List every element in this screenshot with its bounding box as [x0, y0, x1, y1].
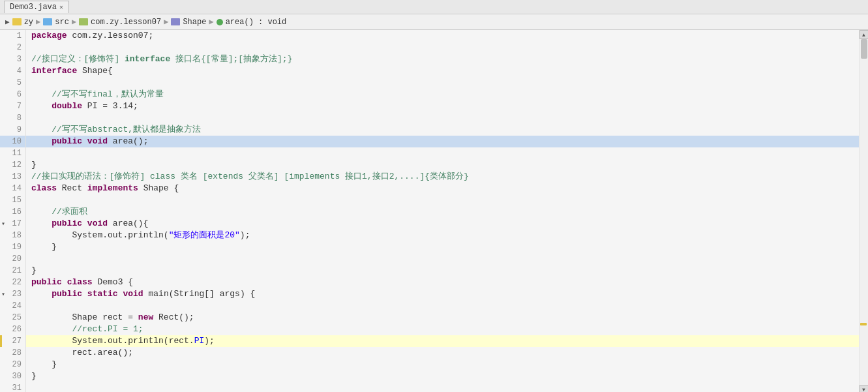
- code-line-4: interface Shape{: [26, 65, 859, 77]
- code-line-15: [26, 194, 859, 206]
- ide-window: Demo3.java ✕ ▶ zy ▶ src ▶ com.zy.lesson0…: [0, 0, 868, 392]
- code-line-6: //写不写final，默认为常量: [26, 89, 859, 100]
- gutter-11: 11: [0, 147, 25, 159]
- gutter-20: 20: [0, 253, 25, 265]
- gutter-7: 7: [0, 100, 25, 112]
- gutter-2: 2: [0, 42, 25, 53]
- tab-close-button[interactable]: ✕: [59, 3, 63, 11]
- code-line-20: [26, 253, 859, 265]
- vertical-scrollbar[interactable]: ▲ ▼: [859, 30, 868, 392]
- code-line-18: System.out.println("矩形的面积是20");: [26, 230, 859, 241]
- title-bar: Demo3.java ✕: [0, 0, 868, 14]
- gutter-31: 31: [0, 382, 25, 392]
- code-line-13: //接口实现的语法：[修饰符] class 类名 [extends 父类名] […: [26, 171, 859, 183]
- breadcrumb-shape[interactable]: Shape: [183, 18, 206, 27]
- code-line-21: }: [26, 265, 859, 277]
- breadcrumb-method[interactable]: area() : void: [226, 18, 287, 27]
- code-line-5: [26, 77, 859, 89]
- sep1: ▶: [36, 17, 40, 27]
- warning-marker: [860, 323, 867, 325]
- gutter-30: 30: [0, 370, 25, 382]
- code-line-19: }: [26, 241, 859, 253]
- gutter-23[interactable]: 23: [0, 288, 25, 300]
- scroll-thumb-vertical[interactable]: [861, 39, 867, 59]
- code-editor[interactable]: package com.zy.lesson07; //接口定义：[修饰符] in…: [26, 30, 859, 392]
- code-line-31: [26, 382, 859, 392]
- gutter-5: 5: [0, 77, 25, 89]
- sep2: ▶: [72, 17, 76, 27]
- code-line-27: System.out.println(rect.PI);: [26, 335, 859, 347]
- code-line-1: package com.zy.lesson07;: [26, 30, 859, 42]
- gutter-15: 15: [0, 194, 25, 206]
- gutter-16: 16: [0, 206, 25, 218]
- code-line-12: }: [26, 159, 859, 171]
- code-line-7: double PI = 3.14;: [26, 100, 859, 112]
- code-line-17: public void area(){: [26, 218, 859, 230]
- gutter-6: 6: [0, 89, 25, 100]
- gutter-22: 22: [0, 277, 25, 288]
- gutter-3: 3: [0, 53, 25, 65]
- code-line-14: class Rect implements Shape {: [26, 183, 859, 194]
- class-icon: [171, 18, 180, 25]
- gutter-17[interactable]: 17: [0, 218, 25, 230]
- scroll-up-button[interactable]: ▲: [860, 30, 869, 39]
- gutter-21: 21: [0, 265, 25, 277]
- gutter-19: 19: [0, 241, 25, 253]
- src-icon: [43, 18, 52, 25]
- gutter-18: 18: [0, 230, 25, 241]
- gutter-29: 29: [0, 359, 25, 370]
- tab-label: Demo3.java: [10, 3, 57, 12]
- gutter-24: 24: [0, 300, 25, 312]
- gutter-9: 9: [0, 124, 25, 136]
- gutter-10: 10: [0, 136, 25, 147]
- code-line-23: public static void main(String[] args) {: [26, 288, 859, 300]
- editor-body: 1 2 3 4 5 6 7 8 9 10 11 12 13 14 15 16 1…: [0, 30, 868, 392]
- package-icon: [79, 18, 88, 25]
- gutter-28: 28: [0, 347, 25, 359]
- scroll-down-button[interactable]: ▼: [860, 385, 869, 392]
- sep3: ▶: [164, 17, 168, 27]
- breadcrumb-package[interactable]: com.zy.lesson07: [91, 18, 161, 27]
- code-line-8: [26, 112, 859, 124]
- code-line-28: rect.area();: [26, 347, 859, 359]
- code-line-9: //写不写abstract,默认都是抽象方法: [26, 124, 859, 136]
- gutter-4: 4: [0, 65, 25, 77]
- code-line-3: //接口定义：[修饰符] interface 接口名{[常量];[抽象方法];}: [26, 53, 859, 65]
- gutter-13: 13: [0, 171, 25, 183]
- folder-icon: [12, 18, 22, 25]
- sep4: ▶: [209, 17, 213, 27]
- code-line-10: public void area();: [26, 136, 859, 147]
- code-line-29: }: [26, 359, 859, 370]
- code-line-22: public class Demo3 {: [26, 277, 859, 288]
- code-line-11: [26, 147, 859, 159]
- breadcrumb-arrow-icon: ▶: [5, 18, 10, 26]
- code-line-30: }: [26, 370, 859, 382]
- breadcrumb: ▶ zy ▶ src ▶ com.zy.lesson07 ▶ Shape ▶ a…: [0, 14, 868, 30]
- gutter-27: 27: [0, 335, 25, 347]
- gutter-1: 1: [0, 30, 25, 42]
- code-line-2: [26, 42, 859, 53]
- code-line-25: Shape rect = new Rect();: [26, 312, 859, 324]
- breadcrumb-src[interactable]: src: [55, 18, 69, 27]
- line-number-gutter: 1 2 3 4 5 6 7 8 9 10 11 12 13 14 15 16 1…: [0, 30, 26, 392]
- gutter-8: 8: [0, 112, 25, 124]
- gutter-26: 26: [0, 324, 25, 335]
- method-icon: [217, 19, 223, 25]
- code-line-16: //求面积: [26, 206, 859, 218]
- scroll-track-vertical[interactable]: [860, 39, 868, 385]
- editor-main: 1 2 3 4 5 6 7 8 9 10 11 12 13 14 15 16 1…: [0, 30, 868, 392]
- editor-tab[interactable]: Demo3.java ✕: [4, 1, 69, 13]
- breadcrumb-zy[interactable]: zy: [24, 18, 33, 27]
- gutter-25: 25: [0, 312, 25, 324]
- gutter-14: 14: [0, 183, 25, 194]
- gutter-12: 12: [0, 159, 25, 171]
- code-line-24: [26, 300, 859, 312]
- code-line-26: //rect.PI = 1;: [26, 324, 859, 335]
